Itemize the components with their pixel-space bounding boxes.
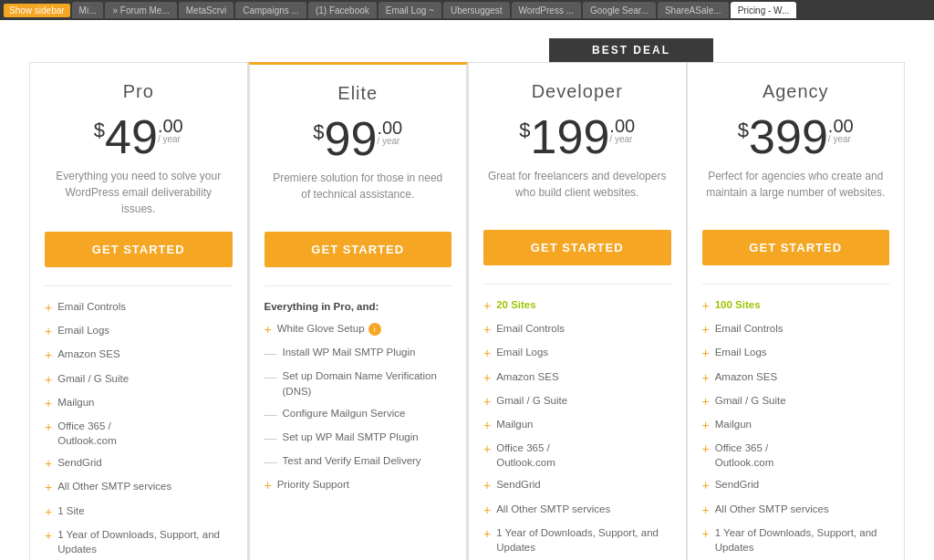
plus-icon: + (483, 345, 491, 361)
price-cents-pro: .00 (158, 117, 183, 135)
browser-tab-2[interactable]: MetaScrvi (179, 2, 234, 18)
list-item: Everything in Pro, and: (265, 299, 452, 314)
price-dollar-elite: $ (313, 122, 324, 142)
browser-tab-4[interactable]: (1) Facebook (308, 2, 377, 18)
plan-price-agency: $399.00/ year (702, 113, 890, 161)
feature-label: Test and Verify Email Delivery (283, 453, 421, 468)
plus-icon: + (45, 419, 52, 435)
get-started-button-agency[interactable]: GET STARTED (702, 230, 890, 265)
plan-desc-developer: Great for freelancers and developers who… (483, 168, 671, 215)
feature-label: SendGrid (496, 477, 541, 492)
price-dollar-pro: $ (94, 120, 105, 140)
pricing-section: BEST DEAL Pro$49.00/ yearEverything you … (0, 20, 934, 560)
feature-label: Everything in Pro, and: (265, 299, 379, 314)
list-item: +Gmail / G Suite (483, 393, 671, 410)
list-item: +Email Controls (483, 321, 671, 337)
feature-label: Email Logs (57, 323, 109, 337)
list-item: —Set up WP Mail SMTP Plugin (265, 430, 452, 446)
plus-icon: + (702, 369, 710, 386)
browser-tab-6[interactable]: Ubersuggest (443, 2, 510, 18)
plans-wrapper: Pro$49.00/ yearEverything you need to so… (29, 62, 905, 560)
get-started-button-developer[interactable]: GET STARTED (483, 230, 671, 265)
feature-label: Gmail / G Suite (496, 393, 567, 408)
feature-label: All Other SMTP services (57, 479, 171, 493)
feature-label: 20 Sites (496, 297, 535, 312)
plus-icon: + (483, 525, 491, 542)
show-sidebar-button[interactable]: Show sidebar (4, 4, 70, 17)
browser-tab-10[interactable]: Pricing - W... (731, 2, 797, 18)
list-item: —Set up Domain Name Verification (DNS) (265, 368, 452, 398)
price-dollar-agency: $ (738, 120, 749, 140)
plus-icon: + (702, 525, 710, 542)
price-period-agency: / year (828, 135, 854, 144)
list-item: +Amazon SES (45, 347, 233, 363)
feature-list-agency: +100 Sites+Email Controls+Email Logs+Ama… (702, 297, 890, 555)
feature-label: 1 Year of Downloads, Support, and Update… (496, 525, 670, 555)
plan-desc-elite: Premiere solution for those in need of t… (265, 170, 452, 217)
feature-label: 1 Site (57, 503, 84, 518)
price-cents-developer: .00 (609, 117, 635, 135)
list-item: +100 Sites (702, 297, 890, 314)
feature-label: Set up Domain Name Verification (DNS) (283, 368, 452, 398)
browser-tab-8[interactable]: Google Sear... (583, 2, 656, 18)
list-item: +1 Year of Downloads, Support, and Updat… (45, 527, 233, 556)
get-started-button-elite[interactable]: GET STARTED (265, 232, 452, 267)
feature-list-elite: Everything in Pro, and:+White Glove Setu… (265, 299, 452, 493)
list-item: +Email Logs (45, 323, 233, 339)
feature-label: SendGrid (57, 455, 102, 470)
browser-tab-1[interactable]: » Forum Me... (105, 2, 176, 18)
browser-tab-9[interactable]: ShareASale... (658, 2, 729, 18)
plan-name-developer: Developer (483, 81, 671, 102)
browser-tab-3[interactable]: Campaigns ... (235, 2, 306, 18)
dash-icon: — (265, 406, 277, 422)
list-item: +Email Controls (702, 321, 890, 337)
list-item: —Configure Mailgun Service (265, 406, 452, 422)
plus-icon: + (702, 477, 710, 493)
feature-label: Gmail / G Suite (715, 393, 786, 408)
feature-list-developer: +20 Sites+Email Controls+Email Logs+Amaz… (483, 297, 671, 555)
browser-tab-7[interactable]: WordPress ... (512, 2, 581, 18)
divider-developer (483, 284, 671, 285)
plus-icon: + (265, 321, 272, 337)
plan-price-developer: $199.00/ year (483, 113, 671, 161)
feature-label: Amazon SES (57, 347, 119, 361)
list-item: +White Glove Setupi (265, 321, 452, 337)
plus-icon: + (702, 345, 710, 361)
list-item: +1 Year of Downloads, Support, and Updat… (702, 525, 890, 555)
plan-name-elite: Elite (265, 83, 452, 104)
browser-tab-5[interactable]: Email Log ~ (379, 2, 441, 18)
list-item: +Office 365 /Outlook.com (45, 419, 233, 448)
list-item: +1 Site (45, 503, 233, 520)
plus-icon: + (483, 441, 491, 457)
browser-tab-0[interactable]: Mi... (72, 2, 104, 18)
plan-desc-pro: Everything you need to solve your WordPr… (45, 168, 233, 217)
plus-icon: + (702, 441, 710, 457)
divider-elite (265, 285, 452, 286)
plus-icon: + (702, 417, 710, 433)
list-item: +Email Logs (483, 345, 671, 361)
feature-label: Email Logs (496, 345, 548, 359)
list-item: +All Other SMTP services (483, 502, 671, 518)
feature-label: SendGrid (715, 477, 760, 492)
list-item: +All Other SMTP services (45, 479, 233, 495)
list-item: +1 Year of Downloads, Support, and Updat… (483, 525, 671, 555)
plus-icon: + (45, 371, 52, 388)
divider-pro (45, 285, 233, 286)
plus-icon: + (483, 502, 491, 518)
plus-icon: + (45, 503, 52, 520)
list-item: +SendGrid (483, 477, 671, 493)
price-period-pro: / year (158, 135, 183, 144)
feature-label: All Other SMTP services (496, 502, 610, 516)
feature-label: Configure Mailgun Service (283, 406, 406, 420)
feature-label: Office 365 /Outlook.com (496, 441, 555, 470)
plan-price-elite: $99.00/ year (265, 115, 452, 162)
dash-icon: — (265, 430, 277, 446)
price-cents-agency: .00 (828, 117, 854, 135)
dash-icon: — (265, 345, 277, 361)
list-item: +Amazon SES (702, 369, 890, 386)
get-started-button-pro[interactable]: GET STARTED (45, 232, 233, 267)
list-item: +Gmail / G Suite (702, 393, 890, 410)
feature-label: Mailgun (496, 417, 533, 431)
plan-desc-agency: Perfect for agencies who create and main… (702, 168, 890, 215)
best-deal-banner: BEST DEAL (549, 38, 713, 62)
